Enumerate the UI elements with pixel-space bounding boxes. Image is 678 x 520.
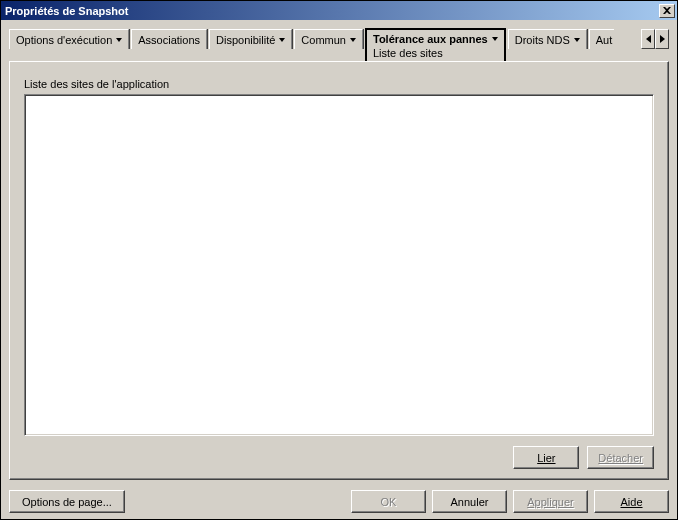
ok-label: OK — [381, 496, 397, 508]
tab-aut[interactable]: Aut — [589, 29, 615, 49]
tab-label: Tolérance aux pannes — [373, 33, 488, 45]
arrow-right-icon — [660, 35, 665, 43]
tab-label: Commun — [301, 34, 346, 46]
tab-scroll-left[interactable] — [641, 29, 655, 49]
chevron-down-icon — [492, 37, 498, 41]
help-label: Aide — [620, 496, 642, 508]
tab-disponibilite[interactable]: Disponibilité — [209, 29, 292, 49]
chevron-down-icon — [574, 38, 580, 42]
sites-listbox[interactable] — [24, 94, 654, 436]
tab-commun[interactable]: Commun — [294, 29, 363, 49]
tab-label: Associations — [138, 34, 200, 46]
link-button[interactable]: Lier — [513, 446, 579, 469]
tab-panel: Liste des sites de l'application Lier Dé… — [9, 61, 669, 480]
chevron-down-icon — [116, 38, 122, 42]
tab-label: Options d'exécution — [16, 34, 112, 46]
panel-button-row: Lier Détacher — [24, 446, 654, 469]
tab-scroll-buttons — [641, 28, 669, 48]
tab-label: Droits NDS — [515, 34, 570, 46]
chevron-down-icon — [350, 38, 356, 42]
detach-button-label: Détacher — [598, 452, 643, 464]
sites-list-label: Liste des sites de l'application — [24, 78, 654, 90]
tab-droits-nds[interactable]: Droits NDS — [508, 29, 587, 49]
tab-strip: Options d'exécution Associations Disponi… — [9, 28, 669, 62]
tab-scroll-right[interactable] — [655, 29, 669, 49]
dialog-footer: Options de page... OK Annuler Appliquer … — [1, 486, 677, 519]
window-title: Propriétés de Snapshot — [5, 5, 657, 17]
dialog-body: Options d'exécution Associations Disponi… — [1, 20, 677, 486]
tab-label: Aut — [596, 34, 613, 46]
cancel-label: Annuler — [451, 496, 489, 508]
tab-associations[interactable]: Associations — [131, 29, 207, 49]
chevron-down-icon — [279, 38, 285, 42]
tab-options-execution[interactable]: Options d'exécution — [9, 29, 129, 49]
apply-button[interactable]: Appliquer — [513, 490, 588, 513]
link-button-label: Lier — [537, 452, 555, 464]
close-button[interactable] — [659, 4, 675, 18]
tab-label: Disponibilité — [216, 34, 275, 46]
titlebar: Propriétés de Snapshot — [1, 1, 677, 20]
apply-label: Appliquer — [527, 496, 573, 508]
page-options-button[interactable]: Options de page... — [9, 490, 125, 513]
detach-button[interactable]: Détacher — [587, 446, 654, 469]
tab-subtab-label: Liste des sites — [373, 47, 443, 59]
window: Propriétés de Snapshot Options d'exécuti… — [0, 0, 678, 520]
page-options-label: Options de page... — [22, 496, 112, 508]
cancel-button[interactable]: Annuler — [432, 490, 507, 513]
arrow-left-icon — [646, 35, 651, 43]
ok-button[interactable]: OK — [351, 490, 426, 513]
tab-tolerance-pannes[interactable]: Tolérance aux pannes Liste des sites — [365, 28, 506, 62]
help-button[interactable]: Aide — [594, 490, 669, 513]
close-icon — [663, 7, 671, 14]
